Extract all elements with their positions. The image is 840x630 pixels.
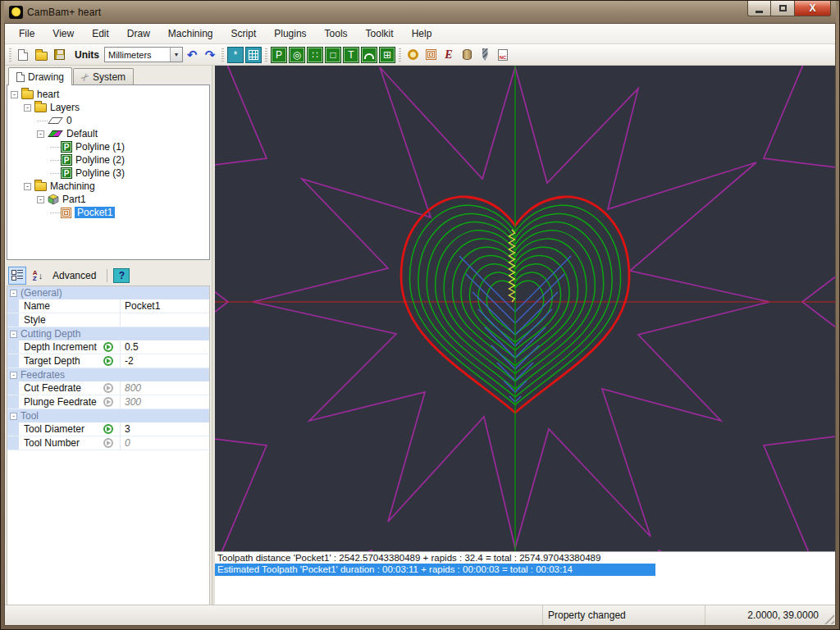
draw-polyline-button[interactable]: P [270,46,288,64]
value-default-icon[interactable] [103,438,113,448]
tree-expander[interactable]: - [11,91,18,98]
property-row-name[interactable]: Name Pocket1 [7,299,209,313]
tree-item-polyline-3[interactable]: P Polyline (3) [9,167,209,180]
menu-edit[interactable]: Edit [83,24,118,43]
units-value: Millimeters [105,50,170,60]
property-row-plunge-feedrate[interactable]: Plunge Feedrate 300 [7,395,209,409]
open-file-button[interactable] [32,46,50,64]
menu-help[interactable]: Help [403,24,441,43]
alphabetical-sort-button[interactable]: AZ ↓ [29,267,47,285]
help-button[interactable]: ? [113,268,130,283]
property-value[interactable]: 0 [120,436,209,450]
categorized-view-button[interactable] [8,267,26,285]
category-row-general[interactable]: - (General) [7,286,209,299]
panel-tabs: Drawing ✂ System [7,67,210,85]
tree-item-layer-0[interactable]: 0 [9,114,209,127]
tree-connector [50,173,61,174]
machining-profile-button[interactable] [404,46,422,64]
tab-drawing[interactable]: Drawing [8,67,72,85]
draw-surface-button[interactable]: ⊞ [378,46,396,64]
value-default-icon[interactable] [103,397,113,407]
machining-gcode-button[interactable]: NC [494,46,512,64]
tree-item-heart[interactable]: - heart [9,88,209,101]
category-expander[interactable]: - [10,413,17,420]
machining-drill-button[interactable] [476,46,494,64]
machining-engrave-button[interactable]: E [440,46,458,64]
machining-3d-profile-button[interactable] [458,46,476,64]
save-file-button[interactable] [50,46,68,64]
undo-button[interactable]: ↶ [183,46,201,64]
menu-plugins[interactable]: Plugins [265,24,315,43]
menu-tools[interactable]: Tools [316,24,357,43]
menu-file[interactable]: File [10,24,43,43]
advanced-button[interactable]: Advanced [52,270,96,281]
new-file-button[interactable] [14,46,32,64]
draw-arc-button[interactable] [360,46,378,64]
statusbar-message: Property changed [543,605,705,625]
draw-points-button[interactable]: ∷ [306,46,324,64]
tree-item-machining[interactable]: - Machining [9,180,209,193]
close-button[interactable]: X [795,1,831,16]
minimize-button[interactable] [747,1,771,16]
draw-rectangle-button[interactable]: □ [324,46,342,64]
value-set-icon[interactable] [103,424,113,434]
property-value[interactable] [120,313,209,326]
tree-expander[interactable]: - [37,196,44,203]
property-value[interactable]: 300 [120,395,209,409]
snap-points-button[interactable]: * [226,46,244,64]
value-set-icon[interactable] [103,342,113,352]
minimize-icon [756,11,763,13]
tree-expander[interactable]: - [24,104,31,112]
property-value[interactable]: -2 [120,354,209,368]
category-label: Feedrates [21,369,65,381]
category-expander[interactable]: - [10,331,17,338]
tree-item-polyline-2[interactable]: P Polyline (2) [9,153,209,167]
snap-grid-button[interactable] [244,46,262,64]
property-value[interactable]: 3 [120,422,209,436]
category-row-tool[interactable]: - Tool [7,409,209,422]
property-row-tool-number[interactable]: Tool Number 0 [7,436,209,450]
draw-text-button[interactable]: T [342,46,360,64]
menu-machining[interactable]: Machining [159,24,222,43]
toolpath-distance-message: Toolpath distance 'Pocket1' : 2542.57043… [215,551,835,564]
titlebar[interactable]: CamBam+ heart X [4,1,836,23]
property-value[interactable]: 800 [120,381,209,395]
property-row-style[interactable]: Style [7,313,209,327]
units-combobox[interactable]: Millimeters ▼ [104,47,183,62]
resize-grip[interactable] [824,605,835,625]
value-set-icon[interactable] [103,356,113,366]
tab-system[interactable]: ✂ System [73,68,134,85]
machining-pocket-button[interactable] [422,46,440,64]
category-expander[interactable]: - [10,372,17,379]
tree-item-polyline-1[interactable]: P Polyline (1) [9,140,209,153]
tree-expander[interactable]: - [37,130,44,138]
part-icon [48,194,59,205]
menu-toolkit[interactable]: Toolkit [357,24,403,43]
tab-system-label: System [93,71,126,83]
category-row-cutting-depth[interactable]: - Cutting Depth [7,327,209,340]
drawing-canvas[interactable] [215,66,835,551]
property-row-target-depth[interactable]: Target Depth -2 [7,354,209,368]
property-row-tool-diameter[interactable]: Tool Diameter 3 [7,422,209,436]
category-expander[interactable]: - [10,290,17,297]
property-value[interactable]: Pocket1 [120,299,209,313]
tree-connector [50,147,61,148]
tree-item-layers[interactable]: - Layers [9,101,209,114]
menu-draw[interactable]: Draw [118,24,159,43]
maximize-button[interactable] [771,1,795,16]
draw-circle-button[interactable]: ◎ [288,46,306,64]
tree-item-pocket1[interactable]: Pocket1 [9,206,209,219]
redo-button[interactable]: ↷ [201,46,219,64]
property-value[interactable]: 0.5 [120,340,209,354]
tree-item-part1[interactable]: - Part1 [9,193,209,206]
draw-rectangle-icon: □ [325,47,341,63]
tree-expander[interactable]: - [24,183,31,190]
value-default-icon[interactable] [103,383,113,393]
menu-view[interactable]: View [43,24,83,43]
chevron-down-icon[interactable]: ▼ [170,48,182,62]
property-row-cut-feedrate[interactable]: Cut Feedrate 800 [7,381,209,395]
category-row-feedrates[interactable]: - Feedrates [7,368,209,381]
menu-script[interactable]: Script [222,24,266,43]
tree-item-layer-default[interactable]: - Default [9,127,209,140]
property-row-depth-increment[interactable]: Depth Increment 0.5 [7,340,209,354]
